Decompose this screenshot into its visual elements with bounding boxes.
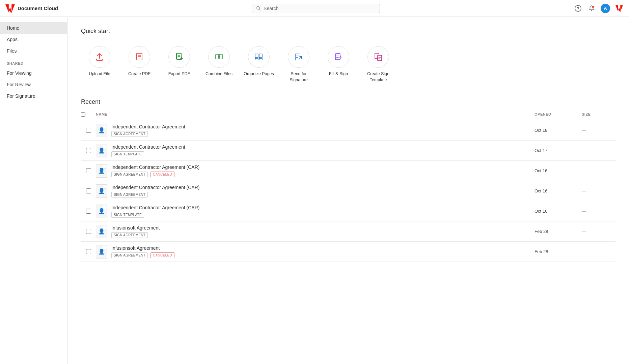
combine-files-icon bbox=[214, 52, 224, 62]
opened-2: Oct 17 bbox=[535, 148, 582, 153]
doc-name-5: Independent Contractor Agreement (CAR) bbox=[111, 205, 199, 210]
help-icon[interactable]: ? bbox=[574, 4, 582, 13]
sidebar: Home Apps Files Shared For Viewing For R… bbox=[0, 17, 67, 364]
row-checkbox-2[interactable] bbox=[81, 148, 96, 153]
quickstart-send-signature[interactable]: Send for Signature bbox=[280, 43, 317, 86]
sign-template-label: Create Sign Template bbox=[362, 71, 395, 83]
send-signature-label: Send for Signature bbox=[282, 71, 315, 83]
badge-sign-template-2: SIGN TEMPLATE bbox=[111, 151, 144, 157]
adobe-apps-icon[interactable] bbox=[615, 4, 624, 13]
doc-name-6: Infusionsoft Agreement bbox=[111, 225, 160, 231]
topnav-icons: ? 1 A bbox=[574, 4, 624, 13]
quickstart-organize-pages[interactable]: Organize Pages bbox=[240, 43, 277, 86]
table-row[interactable]: 👤 Infusionsoft Agreement SIGN AGREEMENT … bbox=[81, 242, 616, 262]
name-info-1: Independent Contractor Agreement SIGN AG… bbox=[111, 124, 185, 137]
doc-name-1: Independent Contractor Agreement bbox=[111, 124, 185, 129]
table-row[interactable]: 👤 Independent Contractor Agreement (CAR)… bbox=[81, 161, 616, 181]
row-checkbox-6[interactable] bbox=[81, 229, 96, 234]
doc-name-7: Infusionsoft Agreement bbox=[111, 245, 176, 251]
quickstart-create-pdf[interactable]: Create PDF bbox=[121, 43, 158, 86]
row-checkbox-4[interactable] bbox=[81, 188, 96, 193]
svg-text:?: ? bbox=[577, 6, 579, 11]
opened-5: Oct 16 bbox=[535, 209, 582, 214]
row-checkbox-3[interactable] bbox=[81, 168, 96, 173]
badge-canceled-7: Canceled bbox=[151, 252, 174, 258]
doc-name-4: Independent Contractor Agreement (CAR) bbox=[111, 185, 199, 190]
name-cell-7: 👤 Infusionsoft Agreement SIGN AGREEMENT … bbox=[96, 245, 535, 259]
opened-6: Feb 28 bbox=[535, 229, 582, 234]
opened-4: Oct 16 bbox=[535, 188, 582, 193]
row-checkbox-7[interactable] bbox=[81, 249, 96, 254]
size-6: — bbox=[582, 229, 616, 234]
doc-icon-4: 👤 bbox=[96, 184, 107, 198]
name-cell-2: 👤 Independent Contractor Agreement SIGN … bbox=[96, 144, 535, 157]
name-info-2: Independent Contractor Agreement SIGN TE… bbox=[111, 144, 185, 157]
upload-file-icon-circle bbox=[89, 46, 110, 68]
size-7: — bbox=[582, 249, 616, 254]
quickstart-combine-files[interactable]: Combine Files bbox=[200, 43, 238, 86]
badges-2: SIGN TEMPLATE bbox=[111, 151, 185, 157]
send-signature-icon bbox=[294, 52, 304, 62]
name-info-6: Infusionsoft Agreement SIGN AGREEMENT bbox=[111, 225, 160, 238]
quickstart-export-pdf[interactable]: Export PDF bbox=[161, 43, 198, 86]
export-pdf-icon bbox=[174, 52, 184, 62]
send-signature-icon-circle bbox=[288, 46, 309, 68]
sidebar-item-for-signature[interactable]: For Signature bbox=[0, 90, 67, 102]
user-avatar[interactable]: A bbox=[601, 4, 610, 13]
search-icon bbox=[256, 6, 261, 11]
sidebar-item-for-viewing[interactable]: For Viewing bbox=[0, 67, 67, 79]
create-pdf-icon bbox=[134, 52, 144, 62]
name-cell-4: 👤 Independent Contractor Agreement (CAR)… bbox=[96, 184, 535, 198]
svg-rect-14 bbox=[295, 54, 300, 60]
fill-sign-icon-circle bbox=[328, 46, 349, 68]
app-title: Document Cloud bbox=[18, 5, 58, 11]
header-name: Name bbox=[96, 112, 535, 117]
sidebar-item-for-review[interactable]: For Review bbox=[0, 79, 67, 90]
sidebar-item-home[interactable]: Home bbox=[0, 22, 67, 34]
badges-7: SIGN AGREEMENT Canceled bbox=[111, 252, 176, 258]
name-cell-5: 👤 Independent Contractor Agreement (CAR)… bbox=[96, 205, 535, 218]
table-row[interactable]: 👤 Independent Contractor Agreement (CAR)… bbox=[81, 201, 616, 221]
fill-sign-icon bbox=[333, 52, 344, 62]
opened-7: Feb 28 bbox=[535, 249, 582, 254]
svg-rect-11 bbox=[259, 54, 262, 58]
layout: Home Apps Files Shared For Viewing For R… bbox=[0, 17, 629, 364]
svg-rect-13 bbox=[259, 58, 262, 60]
table-header: Name Opened Size bbox=[81, 110, 616, 120]
name-cell-1: 👤 Independent Contractor Agreement SIGN … bbox=[96, 124, 535, 137]
row-checkbox-5[interactable] bbox=[81, 209, 96, 214]
badge-sign-agreement-6: SIGN AGREEMENT bbox=[111, 232, 148, 238]
quickstart-upload-file[interactable]: Upload File bbox=[81, 43, 118, 86]
quickstart-sign-template[interactable]: Create Sign Template bbox=[360, 43, 397, 86]
search-input[interactable] bbox=[264, 6, 376, 11]
doc-icon-2: 👤 bbox=[96, 144, 107, 157]
size-3: — bbox=[582, 168, 616, 173]
upload-file-label: Upload File bbox=[89, 71, 110, 77]
table-row[interactable]: 👤 Independent Contractor Agreement SIGN … bbox=[81, 141, 616, 161]
badge-sign-agreement-7: SIGN AGREEMENT bbox=[111, 252, 148, 258]
table-row[interactable]: 👤 Infusionsoft Agreement SIGN AGREEMENT … bbox=[81, 221, 616, 242]
svg-line-1 bbox=[259, 9, 261, 10]
table-row[interactable]: 👤 Independent Contractor Agreement SIGN … bbox=[81, 120, 616, 141]
sidebar-item-apps[interactable]: Apps bbox=[0, 34, 67, 45]
badges-5: SIGN TEMPLATE bbox=[111, 212, 199, 218]
opened-3: Oct 16 bbox=[535, 168, 582, 173]
name-info-4: Independent Contractor Agreement (CAR) S… bbox=[111, 185, 199, 198]
sidebar-item-files[interactable]: Files bbox=[0, 45, 67, 57]
header-size: Size bbox=[582, 112, 616, 117]
search-bar[interactable] bbox=[252, 4, 380, 13]
doc-icon-5: 👤 bbox=[96, 205, 107, 218]
doc-icon-3: 👤 bbox=[96, 164, 107, 178]
name-info-3: Independent Contractor Agreement (CAR) S… bbox=[111, 164, 199, 177]
topnav: Document Cloud ? 1 A bbox=[0, 0, 629, 17]
header-opened: Opened bbox=[535, 112, 582, 117]
table-row[interactable]: 👤 Independent Contractor Agreement (CAR)… bbox=[81, 181, 616, 201]
name-info-7: Infusionsoft Agreement SIGN AGREEMENT Ca… bbox=[111, 245, 176, 258]
app-logo[interactable]: Document Cloud bbox=[5, 4, 58, 13]
select-all-checkbox[interactable] bbox=[81, 112, 85, 117]
size-4: — bbox=[582, 188, 616, 193]
row-checkbox-1[interactable] bbox=[81, 128, 96, 133]
notifications-icon[interactable]: 1 bbox=[587, 4, 596, 13]
organize-pages-icon-circle bbox=[248, 46, 270, 68]
quickstart-fill-sign[interactable]: Fill & Sign bbox=[320, 43, 357, 86]
